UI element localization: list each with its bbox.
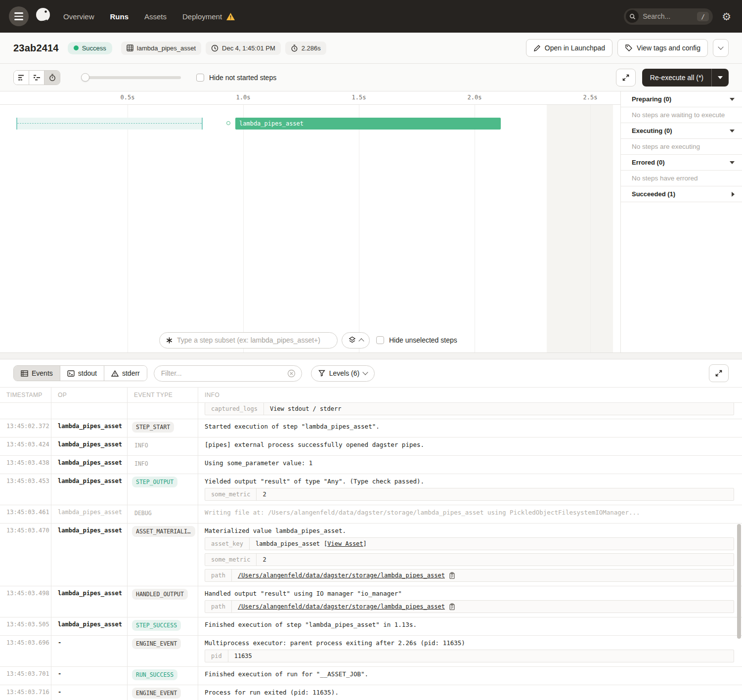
gantt-bar-lambda-pipes-asset[interactable]: lambda_pipes_asset — [235, 118, 501, 130]
metadata-path-link[interactable]: /Users/alangenfeld/data/dagster/storage/… — [238, 572, 445, 579]
hide-not-started-checkbox[interactable] — [196, 74, 204, 82]
search-input[interactable]: Search... / — [624, 8, 713, 25]
log-row[interactable]: 13:45:02.372lambda_pipes_assetSTEP_START… — [0, 419, 742, 438]
tab-label: stderr — [122, 369, 140, 377]
metadata-entry: path/Users/alangenfeld/data/dagster/stor… — [205, 600, 734, 613]
waterfall-view-button[interactable] — [29, 71, 44, 85]
view-tags-config-button[interactable]: View tags and config — [617, 39, 708, 57]
step-status-section-errored[interactable]: Errored (0) — [621, 155, 742, 171]
reexecute-all-button[interactable]: Re-execute all (*) — [642, 69, 711, 87]
nav-item-overview[interactable]: Overview — [63, 12, 94, 21]
nav-item-assets[interactable]: Assets — [144, 12, 167, 21]
open-in-launchpad-button[interactable]: Open in Launchpad — [526, 39, 612, 57]
gantt-fullscreen-button[interactable] — [616, 69, 636, 87]
expand-icon — [622, 74, 630, 82]
cell-op: lambda_pipes_asset — [51, 505, 128, 523]
start-time-tag[interactable]: Dec 4, 1:45:01 PM — [206, 42, 281, 55]
status-badge[interactable]: Success — [68, 42, 112, 54]
event-info-text: Yielded output "result" of type "Any". (… — [205, 478, 734, 485]
job-tag[interactable]: lambda_pipes_asset — [121, 42, 201, 55]
cell-info: Handled output "result" using IO manager… — [198, 586, 742, 617]
log-row[interactable]: captured_logsView stdout / stderr — [0, 403, 742, 419]
cell-info: Process for run exited (pid: 11635). — [198, 685, 742, 700]
event-info-text: Started execution of step "lambda_pipes_… — [205, 423, 734, 430]
reexecute-dropdown-button[interactable] — [711, 69, 729, 87]
log-row[interactable]: 13:45:03.498lambda_pipes_assetHANDLED_OU… — [0, 586, 742, 617]
metadata-path-link[interactable]: /Users/alangenfeld/data/dagster/storage/… — [238, 603, 445, 610]
clear-filter-icon[interactable] — [287, 369, 296, 378]
cell-event-type: DEBUG — [128, 505, 198, 523]
timeline-tick-label: 1.0s — [236, 94, 251, 101]
metadata-text: lambda_pipes_asset — [256, 540, 320, 547]
view-asset-link[interactable]: View Asset — [327, 540, 363, 547]
copy-icon[interactable] — [449, 603, 455, 610]
tab-events[interactable]: Events — [14, 366, 60, 381]
copy-icon[interactable] — [449, 572, 455, 579]
timed-view-button[interactable] — [44, 71, 60, 85]
event-info-text: Materialized value lambda_pipes_asset. — [205, 527, 734, 534]
levels-dropdown[interactable]: Levels (6) — [311, 365, 375, 382]
event-info-text: Using some_parameter value: 1 — [205, 459, 734, 467]
log-filter-input[interactable]: Filter... — [154, 365, 302, 382]
zoom-slider[interactable] — [82, 76, 181, 79]
console-icon — [67, 370, 75, 377]
cell-timestamp: 13:45:03.461 — [0, 505, 51, 523]
step-subset-input[interactable]: Type a step subset (ex: lambda_pipes_ass… — [159, 332, 338, 349]
event-type-badge: HANDLED_OUTPUT — [132, 589, 188, 600]
zoom-slider-knob[interactable] — [81, 73, 89, 82]
tab-stdout[interactable]: stdout — [60, 366, 104, 381]
timeline-tick-label: 2.5s — [583, 94, 598, 101]
log-tabs: Eventsstdoutstderr — [13, 365, 147, 381]
header-more-dropdown-button[interactable] — [713, 39, 729, 57]
cell-timestamp: 13:45:03.716 — [0, 685, 51, 700]
step-status-section-executing[interactable]: Executing (0) — [621, 123, 742, 139]
cell-event-type: STEP_START — [128, 419, 198, 437]
gantt-chart: 0.5s1.0s1.5s2.0s2.5s lambda_pipes_asset … — [0, 91, 620, 352]
log-row[interactable]: 13:45:03.696-ENGINE_EVENTMultiprocess ex… — [0, 636, 742, 667]
events-fullscreen-button[interactable] — [709, 364, 729, 382]
metadata-key: path — [205, 569, 232, 581]
cell-event-type: INFO — [128, 438, 198, 455]
log-row[interactable]: 13:45:03.470lambda_pipes_assetASSET_MATE… — [0, 524, 742, 586]
waterfall-view-icon — [33, 74, 41, 81]
gantt-timeline: 0.5s1.0s1.5s2.0s2.5s — [0, 91, 620, 105]
timeline-tick-label: 2.0s — [468, 94, 482, 101]
vertical-scrollbar[interactable] — [737, 524, 741, 639]
duration-tag[interactable]: 2.286s — [285, 42, 326, 55]
cell-timestamp — [0, 403, 51, 419]
log-row[interactable]: 13:45:03.424lambda_pipes_assetINFO[pipes… — [0, 438, 742, 456]
hide-unselected-checkbox[interactable] — [376, 336, 384, 344]
layers-icon — [349, 336, 356, 344]
metadata-text: View stdout / stderr — [270, 405, 342, 412]
log-row[interactable]: 13:45:03.453lambda_pipes_assetSTEP_OUTPU… — [0, 474, 742, 505]
nav-item-deployment[interactable]: Deployment — [182, 12, 235, 21]
section-title: Errored (0) — [632, 159, 664, 166]
funnel-icon — [318, 370, 325, 377]
stopwatch-icon — [291, 44, 298, 52]
log-row[interactable]: 13:45:03.438lambda_pipes_assetINFOUsing … — [0, 456, 742, 474]
nav-item-runs[interactable]: Runs — [110, 12, 129, 21]
log-row[interactable]: 13:45:03.461lambda_pipes_assetDEBUGWriti… — [0, 505, 742, 524]
tab-stderr[interactable]: stderr — [104, 366, 147, 381]
cell-timestamp: 13:45:02.372 — [0, 419, 51, 437]
cell-info: Materialized value lambda_pipes_asset.as… — [198, 524, 742, 586]
log-row[interactable]: 13:45:03.505lambda_pipes_assetSTEP_SUCCE… — [0, 617, 742, 636]
flat-view-button[interactable] — [14, 71, 29, 85]
search-placeholder: Search... — [643, 12, 697, 20]
dagster-logo-icon[interactable] — [32, 5, 54, 28]
cell-info: Finished execution of run for "__ASSET_J… — [198, 667, 742, 685]
timeline-tick-label: 0.5s — [121, 94, 135, 101]
cell-timestamp: 13:45:03.505 — [0, 617, 51, 635]
log-row[interactable]: 13:45:03.701-RUN_SUCCESSFinished executi… — [0, 667, 742, 685]
graph-query-toggle-button[interactable] — [342, 332, 370, 349]
hamburger-menu-icon[interactable] — [9, 6, 29, 26]
step-status-section-preparing[interactable]: Preparing (0) — [621, 91, 742, 107]
timeline-gridline — [359, 105, 359, 352]
panel-resize-handle[interactable] — [0, 352, 742, 359]
caret-down-icon — [730, 130, 735, 132]
cell-event-type: ENGINE_EVENT — [128, 636, 198, 666]
step-status-section-succeeded[interactable]: Succeeded (1) — [621, 186, 742, 202]
after-run-shading — [547, 105, 613, 352]
log-row[interactable]: 13:45:03.716-ENGINE_EVENTProcess for run… — [0, 685, 742, 700]
gear-icon[interactable]: ⚙ — [722, 11, 731, 22]
